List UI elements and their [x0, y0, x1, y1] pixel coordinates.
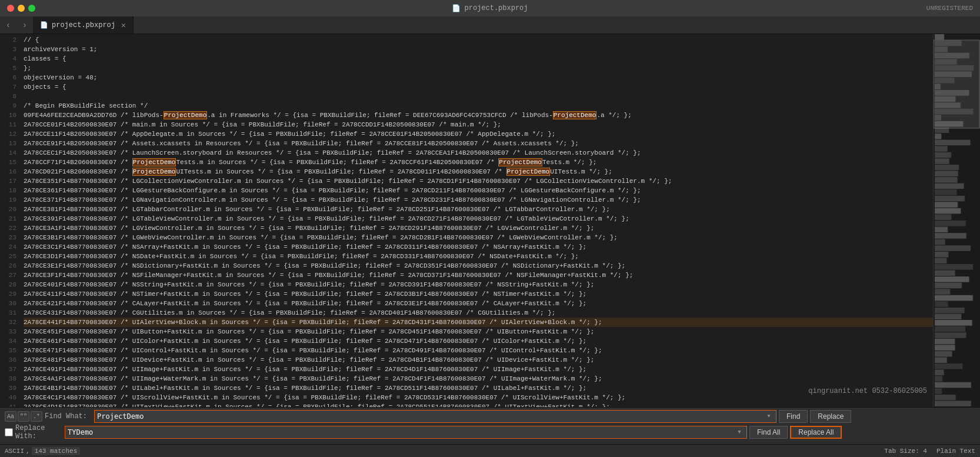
- line-number: 2: [2, 35, 16, 45]
- search-match: ProjectDemo: [498, 158, 542, 166]
- find-replace-bar: Aa "" .* Find What: ▼ Find Replace Repla…: [0, 407, 980, 444]
- table-row: 2A78CE3F1F14B87700830E07 /* NSFileManage…: [24, 271, 933, 280]
- code-area: 2345678910111213141516171819202122232425…: [0, 34, 933, 407]
- traffic-lights[interactable]: [7, 5, 35, 12]
- find-dropdown-button[interactable]: ▼: [764, 413, 774, 419]
- line-number: 13: [2, 139, 16, 148]
- table-row: 2A78CE471F14B87700830E07 /* UIControl+Fa…: [24, 346, 933, 355]
- line-number: 32: [2, 318, 16, 327]
- line-number: 10: [2, 111, 16, 120]
- table-row: // {: [24, 35, 933, 45]
- tab-close-button[interactable]: ✕: [121, 21, 126, 30]
- line-number: 17: [2, 176, 16, 186]
- line-number: 8: [2, 92, 16, 101]
- table-row: 2A78CCE91F14B20500830E07 /* Assets.xcass…: [24, 139, 933, 148]
- tabbar: ‹ › 📄 project.pbxproj ✕: [0, 16, 980, 34]
- titlebar: 📄 project.pbxproj UNREGISTERED: [0, 0, 980, 16]
- file-type-label: Plain Text: [936, 448, 975, 455]
- find-input[interactable]: [97, 412, 764, 421]
- minimize-button[interactable]: [18, 5, 25, 12]
- case-sensitive-button[interactable]: Aa: [5, 411, 16, 422]
- table-row: /* Begin PBXBuildFile section */: [24, 101, 933, 111]
- preserve-case-checkbox[interactable]: [5, 428, 13, 436]
- replace-button[interactable]: Replace: [810, 410, 851, 423]
- line-number: 25: [2, 252, 16, 261]
- statusbar-left: ASCII, 143 matches: [5, 447, 80, 455]
- table-row: 2A78CE4D1F14B87700830E07 /* UITextView+F…: [24, 402, 933, 407]
- watermark: qingruanit.net 0532-86025005: [808, 387, 927, 395]
- line-number: 37: [2, 365, 16, 374]
- table-row: 2A78CE431F14B87700830E07 /* CGUtilities.…: [24, 308, 933, 318]
- table-row: 2A78CCE11F14B20500830E07 /* AppDelegate.…: [24, 129, 933, 139]
- find-input-wrapper: ▼: [94, 410, 776, 423]
- table-row: 2A78CE361F14B87700830E07 /* LGGestureBac…: [24, 186, 933, 195]
- table-row: 2A78CE381F14B87700830E07 /* LGTabbarCont…: [24, 205, 933, 214]
- find-label: Find What:: [45, 412, 92, 421]
- unregistered-label: UNREGISTERED: [926, 5, 973, 12]
- table-row: 2A78CCF71F14B20600830E07 /* ProjectDemoT…: [24, 158, 933, 167]
- code-scroll[interactable]: 2345678910111213141516171819202122232425…: [0, 34, 933, 407]
- table-row: 2A78CE3C1F14B87700830E07 /* NSArray+Fast…: [24, 242, 933, 252]
- find-button[interactable]: Find: [779, 410, 808, 423]
- replace-input-wrapper: ▼: [65, 426, 747, 439]
- table-row: 2A78CE411F14B87700830E07 /* NSTimer+Fast…: [24, 289, 933, 299]
- line-number: 21: [2, 214, 16, 224]
- find-row: Aa "" .* Find What: ▼ Find Replace: [5, 410, 975, 423]
- active-tab[interactable]: 📄 project.pbxproj ✕: [33, 16, 134, 34]
- code-content: // { archiveVersion = 1; classes = { }; …: [21, 34, 933, 407]
- encoding-label: ASCII: [5, 448, 24, 455]
- find-all-button[interactable]: Find All: [749, 426, 788, 439]
- line-number: 5: [2, 64, 16, 73]
- line-number: 16: [2, 167, 16, 176]
- line-number: 28: [2, 280, 16, 289]
- table-row: 2A78CE441F14B87700830E07 /* UIAlertView+…: [24, 318, 933, 327]
- table-row: 2A78CE421F14B87700830E07 /* CALayer+Fast…: [24, 299, 933, 308]
- tab-size-label: Tab Size: 4: [884, 448, 927, 455]
- line-number: 19: [2, 195, 16, 205]
- table-row: objectVersion = 48;: [24, 73, 933, 82]
- line-number: 20: [2, 205, 16, 214]
- matches-badge: 143 matches: [32, 447, 81, 455]
- table-row: objects = {: [24, 82, 933, 92]
- find-options: Aa "" .*: [5, 411, 42, 422]
- line-number: 23: [2, 233, 16, 242]
- table-row: 2A78CE481F14B87700830E07 /* UIDevice+Fas…: [24, 355, 933, 365]
- statusbar: ASCII, 143 matches Tab Size: 4 Plain Tex…: [0, 444, 980, 457]
- line-number: 26: [2, 261, 16, 271]
- table-row: 2A78CD021F14B20600830E07 /* ProjectDemoU…: [24, 167, 933, 176]
- table-row: 2A78CCE01F14B20500830E07 /* main.m in So…: [24, 120, 933, 129]
- table-row: 2A78CE491F14B87700830E07 /* UIImage+Fast…: [24, 365, 933, 374]
- tab-forward-button[interactable]: ›: [16, 16, 33, 34]
- line-number: 38: [2, 374, 16, 383]
- table-row: 2A78CE4B1F14B87700830E07 /* UILabel+Fast…: [24, 383, 933, 393]
- maximize-button[interactable]: [28, 5, 35, 12]
- line-number: 41: [2, 402, 16, 407]
- line-number: 14: [2, 148, 16, 158]
- replace-input[interactable]: [68, 428, 735, 436]
- table-row: 2A78CE371F14B87700830E07 /* LGNavigation…: [24, 195, 933, 205]
- replace-all-button[interactable]: Replace All: [790, 426, 842, 439]
- line-number: 3: [2, 45, 16, 54]
- replace-row: Replace With: ▼ Find All Replace All: [5, 424, 975, 441]
- table-row: 2A78CE461F14B87700830E07 /* UIColor+Fast…: [24, 336, 933, 346]
- table-row: 2A78CE451F14B87700830E07 /* UIButton+Fas…: [24, 327, 933, 336]
- minimap: [933, 34, 980, 407]
- table-row: 2A78CE4C1F14B87700830E07 /* UIScrollView…: [24, 393, 933, 402]
- line-number: 6: [2, 73, 16, 82]
- table-row: 2A78CE3E1F14B87700830E07 /* NSDictionary…: [24, 261, 933, 271]
- editor-container: 2345678910111213141516171819202122232425…: [0, 34, 980, 407]
- close-button[interactable]: [7, 5, 14, 12]
- replace-dropdown-button[interactable]: ▼: [735, 429, 744, 435]
- whole-word-button[interactable]: "": [18, 411, 29, 422]
- table-row: 2A78CE391F14B87700830E07 /* LGTableViewC…: [24, 214, 933, 224]
- table-row: classes = {: [24, 54, 933, 64]
- tab-back-button[interactable]: ‹: [0, 16, 16, 34]
- search-match: ProjectDemo: [132, 168, 176, 176]
- minimap-canvas: [934, 34, 980, 407]
- replace-label: Replace With:: [15, 424, 62, 441]
- search-match: ProjectDemo: [553, 111, 597, 119]
- table-row: };: [24, 64, 933, 73]
- table-row: 2A78CE351F14B87700830E07 /* LGCollection…: [24, 176, 933, 186]
- regex-button[interactable]: .*: [31, 411, 42, 422]
- table-row: 2A78CE4A1F14B87700830E07 /* UIImage+Wate…: [24, 374, 933, 383]
